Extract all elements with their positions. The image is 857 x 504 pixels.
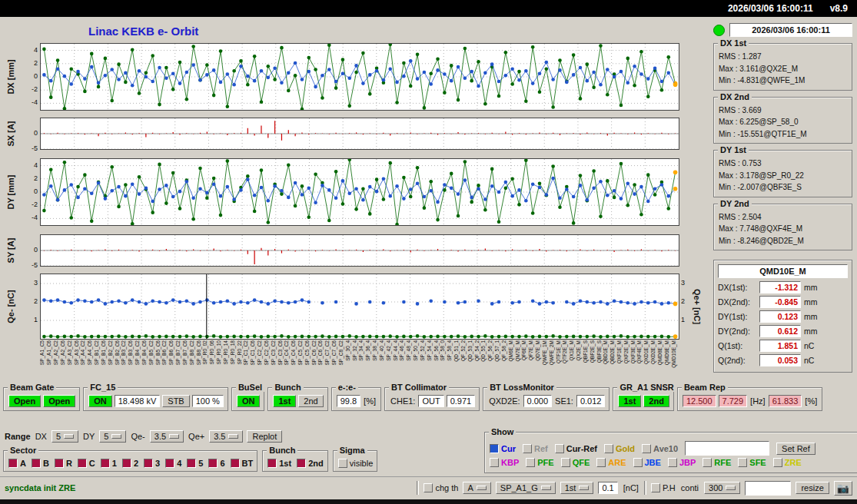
show-qfe-toggle[interactable]: QFE [561, 458, 590, 467]
fc15-stb-button[interactable]: STB [162, 395, 189, 407]
monitor-value-row: DX(2nd):-0.845mm [718, 296, 848, 308]
sector-toggle-5[interactable]: 5 [187, 459, 203, 468]
show-jbp-toggle[interactable]: JBP [668, 458, 696, 467]
checkbox-icon [338, 459, 347, 468]
checkbox-icon [8, 459, 18, 468]
checkbox-icon [101, 459, 110, 468]
show-kbp-toggle[interactable]: KBP [490, 458, 519, 467]
replot-button[interactable]: Replot [247, 430, 282, 443]
sector-toggle-c[interactable]: C [78, 459, 95, 468]
chg-th-toggle[interactable]: chg th [424, 483, 458, 492]
dx-axis-label: DX [mm] [5, 43, 17, 111]
gr-snsr-2nd-button[interactable]: 2nd [643, 395, 669, 407]
checkbox-icon [738, 458, 747, 467]
show-group: Show Cur Ref Cur-Ref Gold Ave10 Set Ref … [484, 432, 857, 473]
monitor-select[interactable]: SP_A1_G [496, 482, 556, 494]
show-ave10-toggle[interactable]: Ave10 [642, 444, 678, 453]
qe-plot[interactable] [40, 274, 679, 340]
conti-label: conti [680, 482, 699, 493]
bunch-toggle-2nd[interactable]: 2nd [297, 459, 324, 468]
range-dy-select[interactable]: 5 [99, 430, 126, 443]
sigma-group: Sigma visible [333, 450, 378, 472]
bunch-toggle-1st[interactable]: 1st [267, 459, 291, 468]
show-sfe-toggle[interactable]: SFE [738, 458, 766, 467]
sector-select[interactable]: A [463, 482, 490, 494]
bt-collimator-group: BT Collimator CHE1: OUT 0.971 [384, 387, 480, 411]
sx-plot[interactable] [40, 118, 679, 150]
set-ref-button[interactable]: Set Ref [776, 443, 815, 455]
ref-file-input[interactable] [685, 441, 769, 456]
bpm-name-axis: SP_A1_C5SP_A1_C6SP_A2_C2SP_A2_C6SP_A3_C2… [40, 340, 678, 384]
show-ref-toggle[interactable]: Ref [523, 444, 548, 453]
option-menu-ridge-icon [726, 486, 736, 490]
sector-toggle-2[interactable]: 2 [122, 459, 138, 468]
qe-right-axis-label: Qe+ [nC] [691, 274, 703, 340]
sx-axis-label: SX [A] [5, 118, 17, 150]
beam-gate-group: Beam Gate Open Open [3, 387, 80, 411]
checkbox-icon [596, 458, 606, 467]
sy-plot[interactable] [40, 234, 679, 267]
checkbox-icon [78, 459, 87, 468]
stat-line: Max : 3.178@SP_R0_22 [719, 170, 848, 182]
show-rfe-toggle[interactable]: RFE [703, 458, 731, 467]
bunch-select-group: Bunch 1st 2nd [262, 450, 327, 472]
q2-value: 0.053 [759, 354, 801, 366]
gr-snsr-1st-button[interactable]: 1st [618, 395, 641, 407]
range-qep-select[interactable]: 3.5 [209, 430, 243, 443]
stat-line: RMS : 0.753 [719, 158, 848, 170]
sector-toggle-r[interactable]: R [55, 459, 72, 468]
qxd2e-label: QXD2E: [488, 396, 520, 406]
show-zre-toggle[interactable]: ZRE [773, 458, 802, 467]
interval-select[interactable]: 300 [704, 482, 740, 494]
dx-plot[interactable] [40, 43, 679, 111]
range-dx-label: DX [35, 431, 48, 442]
qe-chart-row: Qe- [nC] 321 321 Qe+ [nC] [5, 274, 709, 340]
sector-toggle-a[interactable]: A [8, 459, 26, 468]
sector-toggle-1[interactable]: 1 [101, 459, 117, 468]
monitor-value-row: DX(1st):-1.312mm [718, 281, 848, 293]
sigma-visible-toggle[interactable]: visible [338, 459, 374, 468]
sector-toggle-bt[interactable]: BT [231, 459, 254, 468]
status-bar: syncdata init ZRE chg th A SP_A1_G 1st 0… [0, 476, 857, 499]
beam-gate-open-1-button[interactable]: Open [8, 395, 41, 407]
beam-gate-open-2-button[interactable]: Open [43, 395, 75, 407]
beam-rep-hz-unit: [Hz] [749, 396, 766, 406]
statusbar-input[interactable] [745, 481, 791, 496]
se1-label: SE1: [554, 396, 574, 406]
ee-ratio-display: 99.8 [337, 395, 360, 407]
checkbox-icon [604, 444, 613, 453]
checkbox-icon [231, 459, 240, 468]
dy1-value: 0.123 [759, 310, 801, 323]
threshold-display: 0.1 [598, 482, 617, 494]
sector-toggle-b[interactable]: B [32, 459, 49, 468]
show-are-toggle[interactable]: ARE [596, 458, 626, 467]
sector-toggle-4[interactable]: 4 [165, 459, 181, 468]
show-jbe-toggle[interactable]: JBE [633, 458, 661, 467]
sy-yticks: 0-5 [17, 234, 40, 267]
q1-value: 1.851 [759, 340, 801, 352]
checkbox-icon [555, 444, 564, 453]
dx-2nd-stats-group: DX 2nd RMS : 3.669 Max : 6.225@SP_58_0 M… [713, 97, 852, 144]
show-cur-ref-toggle[interactable]: Cur-Ref [555, 444, 597, 453]
range-qem-select[interactable]: 3.5 [150, 430, 184, 443]
checkbox-icon [490, 458, 499, 467]
show-pfe-toggle[interactable]: PFE [526, 458, 553, 467]
bunch-1st-button[interactable]: 1st [273, 395, 296, 407]
busel-on-button[interactable]: ON [237, 395, 261, 407]
bunch-2nd-button[interactable]: 2nd [298, 395, 323, 407]
orbit-app-window: 2026/03/06 16:00:11 v8.9 Linac KEKB e- O… [0, 0, 857, 504]
fc15-on-button[interactable]: ON [88, 395, 112, 407]
show-cur-toggle[interactable]: Cur [490, 444, 516, 453]
bunch-select[interactable]: 1st [560, 482, 594, 494]
dy-2nd-stats-group: DY 2nd RMS : 2.504 Max : 7.748@QXF4E_M M… [713, 204, 852, 251]
resize-button[interactable]: resize [796, 482, 829, 494]
qe-yticks: 321 [17, 274, 40, 340]
sector-toggle-6[interactable]: 6 [208, 459, 224, 468]
dy-plot[interactable] [40, 158, 679, 226]
ph-toggle[interactable]: P.H [651, 483, 676, 492]
stat-line: RMS : 3.669 [719, 104, 848, 117]
camera-button[interactable]: 📷 [834, 481, 852, 496]
show-gold-toggle[interactable]: Gold [604, 444, 635, 453]
range-dx-select[interactable]: 5 [51, 430, 78, 443]
sector-toggle-3[interactable]: 3 [144, 459, 160, 468]
